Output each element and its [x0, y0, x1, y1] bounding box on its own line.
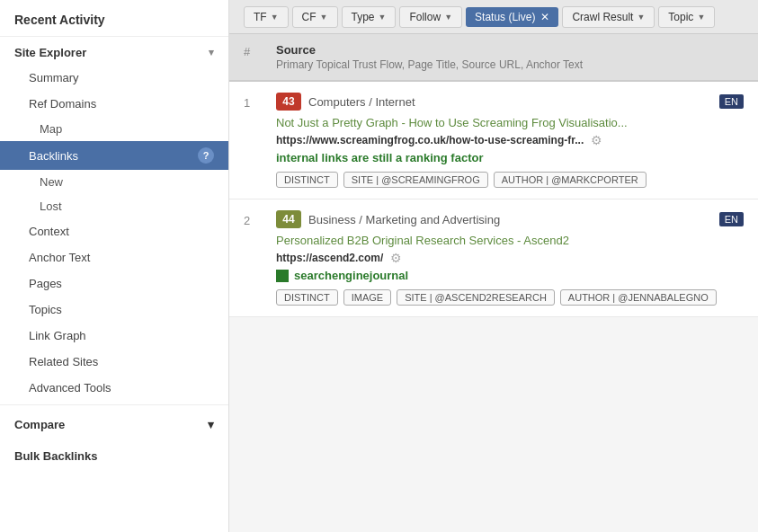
row-2-number: 2 [244, 210, 262, 227]
row-2-gear-icon[interactable]: ⚙ [390, 251, 402, 265]
filter-follow-label: Follow [409, 11, 441, 23]
table-header: # Source Primary Topical Trust Flow, Pag… [229, 34, 758, 82]
sidebar-item-topics[interactable]: Topics [0, 297, 228, 323]
row-1-tag-1[interactable]: SITE | @SCREAMINGFROG [343, 172, 488, 188]
main-content: TF ▼ CF ▼ Type ▼ Follow ▼ Status (Live) … [229, 0, 758, 532]
row-1-number: 1 [244, 93, 262, 110]
sidebar-item-summary[interactable]: Summary [0, 65, 228, 91]
filter-status-label: Status (Live) [475, 11, 535, 23]
filter-crawl-label: Crawl Result [572, 11, 633, 23]
sidebar-item-advanced-tools[interactable]: Advanced Tools [0, 375, 228, 401]
filter-topic-label: Topic [668, 11, 693, 23]
site-explorer-label: Site Explorer [14, 46, 86, 59]
row-1-tags: DISTINCT SITE | @SCREAMINGFROG AUTHOR | … [276, 172, 744, 188]
filter-status-close[interactable]: ✕ [540, 11, 549, 23]
site-explorer-chevron: ▾ [209, 47, 214, 58]
filter-cf[interactable]: CF ▼ [292, 6, 338, 28]
row-2-anchor-text: searchenginejournal [276, 269, 744, 282]
row-2-content: 44 Business / Marketing and Advertising … [276, 210, 744, 306]
sidebar-item-new[interactable]: New [0, 170, 228, 194]
row-2-top: 44 Business / Marketing and Advertising … [276, 210, 744, 228]
row-1-url-row: https://www.screamingfrog.co.uk/how-to-u… [276, 133, 744, 147]
table-area: # Source Primary Topical Trust Flow, Pag… [229, 34, 758, 532]
row-1-tag-0[interactable]: DISTINCT [276, 172, 338, 188]
sidebar-item-ref-domains[interactable]: Ref Domains [0, 91, 228, 117]
site-explorer-group[interactable]: Site Explorer ▾ [0, 37, 228, 65]
header-source-title: Source [276, 43, 744, 57]
compare-label: Compare [14, 418, 65, 431]
sidebar-bulk-backlinks[interactable]: Bulk Backlinks [0, 440, 228, 472]
row-2-anchor-icon [276, 270, 289, 282]
row-2-url: https://ascend2.com/ [276, 252, 383, 264]
row-1-top: 43 Computers / Internet EN [276, 93, 744, 111]
sidebar-item-link-graph[interactable]: Link Graph [0, 323, 228, 349]
header-source-col: Source Primary Topical Trust Flow, Page … [276, 43, 744, 71]
filter-topic-caret: ▼ [697, 13, 705, 22]
filter-type-label: Type [352, 11, 375, 23]
backlinks-help-icon[interactable]: ? [198, 147, 214, 164]
sidebar-item-related-sites[interactable]: Related Sites [0, 349, 228, 375]
row-1-content: 43 Computers / Internet EN Not Just a Pr… [276, 93, 744, 188]
sidebar-item-pages[interactable]: Pages [0, 270, 228, 297]
filter-cf-label: CF [302, 11, 317, 23]
sidebar-item-context[interactable]: Context [0, 218, 228, 244]
header-hash: # [244, 43, 262, 58]
compare-chevron: ▾ [208, 418, 214, 431]
table-row: 1 43 Computers / Internet EN Not Just a … [229, 82, 758, 200]
sidebar: Recent Activity Site Explorer ▾ Summary … [0, 0, 229, 532]
filter-crawl-caret: ▼ [637, 13, 645, 22]
row-2-anchor-label: searchenginejournal [294, 269, 408, 282]
row-1-url: https://www.screamingfrog.co.uk/how-to-u… [276, 134, 584, 146]
row-1-tag-2[interactable]: AUTHOR | @MARKCPORTER [494, 172, 647, 188]
row-1-category: Computers / Internet [308, 95, 415, 109]
filter-bar: TF ▼ CF ▼ Type ▼ Follow ▼ Status (Live) … [229, 0, 758, 34]
filter-status-live[interactable]: Status (Live) ✕ [466, 7, 558, 27]
filter-cf-caret: ▼ [320, 13, 328, 22]
row-2-tf-badge: 44 [276, 210, 301, 228]
filter-follow-caret: ▼ [444, 13, 452, 22]
sidebar-item-map[interactable]: Map [0, 117, 228, 141]
sidebar-item-anchor-text[interactable]: Anchor Text [0, 244, 228, 270]
row-1-page-title[interactable]: Not Just a Pretty Graph - How to Use Scr… [276, 116, 744, 129]
row-1-lang-badge: EN [719, 94, 744, 109]
row-1-tf-badge: 43 [276, 93, 301, 111]
filter-crawl-result[interactable]: Crawl Result ▼ [562, 6, 655, 28]
row-1-gear-icon[interactable]: ⚙ [591, 133, 602, 147]
filter-tf-label: TF [254, 11, 267, 23]
filter-tf-caret: ▼ [271, 13, 279, 22]
sidebar-item-lost[interactable]: Lost [0, 194, 228, 218]
row-2-category: Business / Marketing and Advertising [308, 213, 500, 226]
row-1-anchor-text: internal links are still a ranking facto… [276, 151, 744, 164]
row-2-url-row: https://ascend2.com/ ⚙ [276, 251, 744, 265]
filter-topic[interactable]: Topic ▼ [658, 6, 715, 28]
filter-tf[interactable]: TF ▼ [244, 6, 289, 28]
sidebar-item-backlinks[interactable]: Backlinks ? [0, 141, 228, 170]
sidebar-compare[interactable]: Compare ▾ [0, 409, 228, 440]
table-row: 2 44 Business / Marketing and Advertisin… [229, 200, 758, 317]
filter-type-caret: ▼ [379, 13, 387, 22]
row-2-tags: DISTINCT IMAGE SITE | @ASCEND2RESEARCH A… [276, 289, 744, 306]
row-1-anchor-label: internal links are still a ranking facto… [276, 151, 483, 164]
filter-follow[interactable]: Follow ▼ [399, 6, 462, 28]
row-2-tag-1[interactable]: IMAGE [343, 289, 391, 306]
sidebar-divider [0, 404, 228, 405]
header-source-sub: Primary Topical Trust Flow, Page Title, … [276, 58, 744, 71]
row-2-tag-3[interactable]: AUTHOR | @JENNABALEGNO [560, 289, 717, 306]
row-2-page-title[interactable]: Personalized B2B Original Research Servi… [276, 234, 744, 247]
filter-type[interactable]: Type ▼ [342, 6, 397, 28]
row-2-tag-0[interactable]: DISTINCT [276, 289, 338, 306]
row-2-tag-2[interactable]: SITE | @ASCEND2RESEARCH [397, 289, 555, 306]
row-2-lang-badge: EN [719, 212, 744, 226]
recent-activity-title: Recent Activity [0, 0, 228, 37]
